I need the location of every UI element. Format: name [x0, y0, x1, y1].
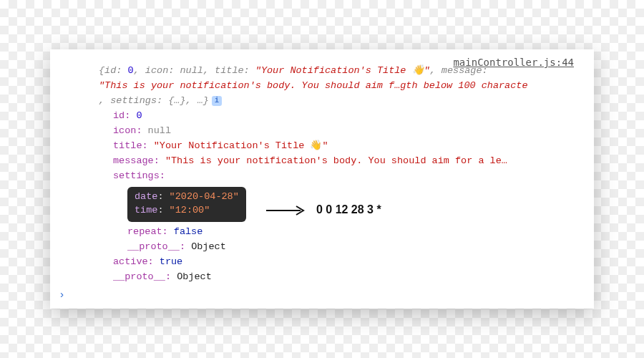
prop-repeat[interactable]: repeat: false — [50, 225, 594, 240]
preview-settings-key: settings: — [110, 95, 162, 106]
preview-msg-val: "This is your notification's body. You s… — [99, 80, 528, 91]
prop-message-val: "This is your notification's body. You s… — [165, 155, 507, 166]
prop-time-val: "12:00" — [170, 205, 210, 216]
preview-icon-key: icon: — [145, 65, 175, 76]
prop-proto1-val: Object — [191, 241, 226, 252]
prop-icon[interactable]: icon: null — [50, 124, 594, 139]
preview-rest: , …} — [186, 95, 209, 106]
preview-id-val: 0 — [128, 65, 134, 76]
prop-time-key: time — [135, 205, 157, 216]
prop-settings[interactable]: settings: — [50, 169, 594, 184]
prop-date-val: "2020-04-28" — [170, 191, 239, 202]
console-panel: mainController.js:44 {id: 0, icon: null,… — [50, 49, 594, 308]
annotation-text: 0 0 12 28 3 * — [316, 201, 381, 219]
prop-proto2-val: Object — [177, 271, 212, 282]
prop-proto1-key: __proto__ — [127, 241, 180, 252]
object-preview-line-3: , settings: {…}, …}i — [50, 94, 594, 109]
prop-id-key: id — [113, 110, 125, 121]
prop-id-val: 0 — [136, 110, 142, 121]
info-icon[interactable]: i — [212, 96, 222, 106]
arrow-icon — [265, 205, 309, 216]
console-prompt[interactable]: › — [50, 285, 594, 303]
preview-id-key: id: — [104, 65, 122, 76]
source-link[interactable]: mainController.js:44 — [453, 57, 574, 68]
prop-proto2-key: __proto__ — [113, 271, 165, 282]
prop-icon-key: icon — [113, 125, 136, 136]
prop-active-key: active — [113, 256, 148, 267]
prop-proto-inner[interactable]: __proto__: Object — [50, 240, 594, 255]
prop-id[interactable]: id: 0 — [50, 109, 594, 124]
prop-active[interactable]: active: true — [50, 255, 594, 270]
prop-date-key: date — [135, 191, 157, 202]
prop-settings-key: settings — [113, 170, 160, 181]
prop-title-key: title — [113, 140, 142, 151]
prop-repeat-key: repeat — [127, 226, 162, 237]
preview-title-val: "Your Notification's Title 👋" — [255, 65, 430, 76]
annotation-arrow: 0 0 12 28 3 * — [265, 201, 381, 219]
prop-title-val: "Your Notification's Title 👋" — [154, 140, 328, 151]
prop-repeat-val: false — [174, 226, 203, 237]
object-preview-line-2[interactable]: "This is your notification's body. You s… — [50, 79, 594, 94]
preview-title-key: title: — [215, 65, 250, 76]
brace-open: { — [99, 65, 104, 76]
prop-message[interactable]: message: "This is your notification's bo… — [50, 154, 594, 169]
preview-icon-val: null — [180, 65, 203, 76]
prop-active-val: true — [160, 256, 182, 267]
prop-message-key: message — [113, 155, 154, 166]
settings-highlight-row: date: "2020-04-28" time: "12:00" 0 0 12 … — [50, 184, 594, 225]
prop-proto-outer[interactable]: __proto__: Object — [50, 270, 594, 285]
prop-icon-val: null — [148, 125, 171, 136]
preview-settings-val: {…} — [168, 95, 185, 106]
prop-title[interactable]: title: "Your Notification's Title 👋" — [50, 139, 594, 154]
highlight-box: date: "2020-04-28" time: "12:00" — [127, 187, 246, 222]
